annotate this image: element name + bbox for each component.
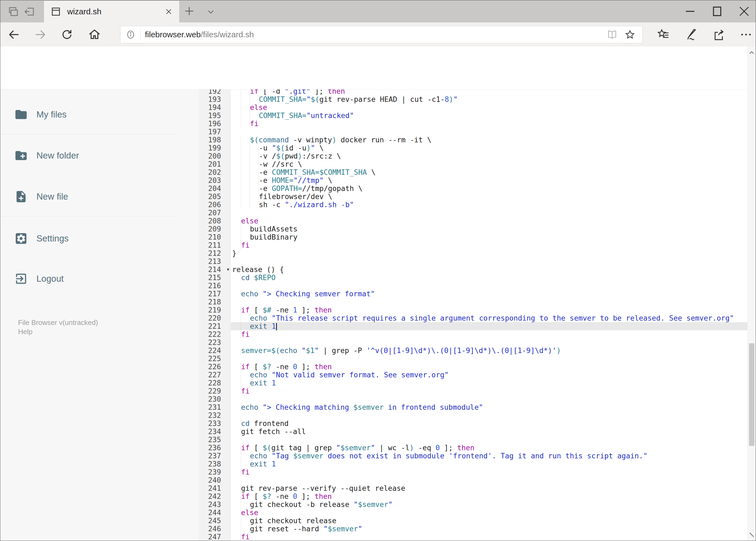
home-icon[interactable] bbox=[88, 28, 101, 41]
code-line[interactable]: echo "> Checking matching $semver in fro… bbox=[231, 403, 748, 411]
code-line[interactable]: fi bbox=[231, 120, 748, 128]
code-line[interactable]: COMMIT_SHA="$(git rev-parse HEAD | cut -… bbox=[231, 95, 748, 104]
scroll-down-icon[interactable] bbox=[748, 529, 756, 540]
line-number: 232 bbox=[199, 411, 230, 419]
code-line[interactable]: else bbox=[231, 509, 748, 517]
code-line[interactable]: -e COMMIT_SHA=$COMMIT_SHA \ bbox=[231, 168, 748, 176]
sidebar-divider bbox=[0, 134, 175, 134]
tab-menu-icon[interactable] bbox=[206, 8, 216, 16]
code-line[interactable]: git fetch --all bbox=[231, 427, 748, 436]
line-number: 218 bbox=[199, 298, 230, 306]
sidebar-footer: File Browser v(untracked) Help bbox=[18, 318, 98, 336]
sidebar-item-new-folder[interactable]: New folder bbox=[0, 147, 189, 164]
code-line[interactable]: if [ $? -ne 0 ]; then bbox=[231, 492, 748, 500]
code-line[interactable]: exit 1 bbox=[231, 460, 748, 468]
code-line[interactable]: echo "Tag $semver does not exist in subm… bbox=[231, 452, 748, 460]
code-line[interactable]: -v /$(pwd):/src:z \ bbox=[231, 152, 748, 160]
code-line[interactable]: } bbox=[231, 249, 748, 258]
close-tab-icon[interactable] bbox=[164, 7, 173, 16]
code-line[interactable]: -u "$(id -u)" \ bbox=[231, 144, 748, 152]
line-number: 245 bbox=[199, 517, 230, 525]
minimize-icon[interactable] bbox=[678, 4, 702, 19]
line-number: 192 bbox=[199, 89, 230, 95]
code-line[interactable] bbox=[231, 476, 748, 484]
code-line[interactable] bbox=[231, 411, 748, 419]
code-line[interactable]: fi bbox=[231, 387, 748, 395]
code-line[interactable]: fi bbox=[231, 468, 748, 476]
code-line[interactable]: git checkout -b release "$semver" bbox=[231, 500, 748, 509]
sidebar-item-logout[interactable]: Logout bbox=[0, 270, 189, 287]
code-line[interactable] bbox=[231, 258, 748, 266]
code-line[interactable]: echo "This release script requires a sin… bbox=[231, 314, 748, 322]
url-text[interactable]: filebrowser.web/files/wizard.sh bbox=[145, 30, 607, 39]
site-info-icon[interactable] bbox=[126, 30, 135, 39]
code-line[interactable]: exit 1 bbox=[231, 379, 748, 387]
code-line[interactable]: if [ $# -ne 1 ]; then bbox=[231, 306, 748, 314]
code-line[interactable]: fi bbox=[231, 330, 748, 338]
code-line[interactable]: release () { bbox=[231, 266, 748, 273]
refresh-icon[interactable] bbox=[60, 28, 74, 41]
hub-icon[interactable] bbox=[657, 28, 670, 41]
code-line[interactable]: git checkout release bbox=[231, 517, 748, 525]
code-line[interactable]: else bbox=[231, 217, 748, 225]
code-line[interactable] bbox=[231, 436, 748, 444]
code-line[interactable] bbox=[231, 128, 748, 136]
code-line[interactable]: if [ $? -ne 0 ]; then bbox=[231, 363, 748, 371]
code-editor[interactable]: 1921931941951961971981992002012022032042… bbox=[199, 89, 748, 541]
code-line[interactable] bbox=[231, 298, 748, 306]
code-line[interactable]: buildAssets bbox=[231, 225, 748, 233]
sidebar-item-settings[interactable]: Settings bbox=[0, 230, 189, 247]
code-line[interactable]: -w //src \ bbox=[231, 160, 748, 168]
favorite-star-icon[interactable] bbox=[625, 29, 635, 40]
code-line[interactable] bbox=[231, 338, 748, 346]
code-line[interactable]: sh -c "./wizard.sh -b" bbox=[231, 201, 748, 209]
url-bar[interactable]: filebrowser.web/files/wizard.sh bbox=[120, 26, 642, 43]
tabs-set-aside-icon[interactable] bbox=[24, 6, 35, 18]
code-line[interactable]: -e GOPATH=//tmp/gopath \ bbox=[231, 185, 748, 193]
code-line[interactable]: fi bbox=[231, 533, 748, 541]
code-line[interactable]: else bbox=[231, 104, 748, 112]
code-line[interactable] bbox=[231, 355, 748, 363]
sidebar-item-my-files[interactable]: My files bbox=[0, 106, 189, 123]
sidebar-item-label: New file bbox=[36, 192, 68, 202]
share-icon[interactable] bbox=[712, 28, 726, 41]
scroll-up-icon[interactable] bbox=[748, 47, 756, 58]
close-icon[interactable] bbox=[732, 4, 756, 19]
code-line[interactable] bbox=[231, 282, 748, 290]
maximize-icon[interactable] bbox=[705, 4, 729, 19]
code-line[interactable]: if [ -d ".git" ]; then bbox=[231, 89, 748, 95]
code-line[interactable] bbox=[231, 395, 748, 403]
code-line[interactable]: -e HOME="//tmp" \ bbox=[231, 176, 748, 185]
web-note-pen-icon[interactable] bbox=[684, 28, 698, 41]
help-link[interactable]: Help bbox=[18, 327, 98, 336]
code-line[interactable]: $(command -v winpty) docker run --rm -it… bbox=[231, 136, 748, 144]
scrollbar-thumb[interactable] bbox=[749, 343, 754, 446]
code-line[interactable]: git reset --hard "$semver" bbox=[231, 525, 748, 533]
code-line[interactable]: echo "> Checking semver format" bbox=[231, 290, 748, 298]
code-line[interactable]: semver=$(echo "$1" | grep -P '^v(0|[1-9]… bbox=[231, 346, 748, 355]
reading-view-icon[interactable] bbox=[607, 29, 618, 40]
sidebar-item-new-file[interactable]: New file bbox=[0, 188, 189, 205]
code-line[interactable]: if [ $(git tag | grep "$semver" | wc -l)… bbox=[231, 444, 748, 452]
tab-strip: wizard.sh bbox=[0, 0, 756, 22]
code-line[interactable]: cd $REPO bbox=[231, 273, 748, 282]
new-tab-icon[interactable] bbox=[183, 5, 195, 17]
code-line[interactable]: COMMIT_SHA="untracked" bbox=[231, 112, 748, 120]
line-number: 199 bbox=[199, 144, 230, 152]
sidebar-item-label: New folder bbox=[36, 151, 79, 161]
tab-wizard-sh[interactable]: wizard.sh bbox=[44, 1, 179, 22]
code-line[interactable]: echo "Not valid semver format. See semve… bbox=[231, 371, 748, 379]
page-scrollbar[interactable] bbox=[747, 46, 756, 541]
more-dots-icon[interactable] bbox=[739, 28, 753, 41]
forward-icon[interactable] bbox=[34, 28, 47, 41]
code-line[interactable]: fi bbox=[231, 241, 748, 249]
code-line[interactable]: buildBinary bbox=[231, 233, 748, 241]
tab-preview-icon[interactable] bbox=[7, 6, 19, 18]
code-line[interactable] bbox=[231, 209, 748, 217]
code-line[interactable]: exit 1 bbox=[231, 322, 748, 330]
fold-marker-icon[interactable]: ▾ bbox=[227, 266, 229, 273]
code-line[interactable]: git rev-parse --verify --quiet release bbox=[231, 484, 748, 492]
back-icon[interactable] bbox=[7, 28, 21, 41]
code-line[interactable]: filebrowser/dev \ bbox=[231, 193, 748, 201]
code-line[interactable]: cd frontend bbox=[231, 419, 748, 427]
